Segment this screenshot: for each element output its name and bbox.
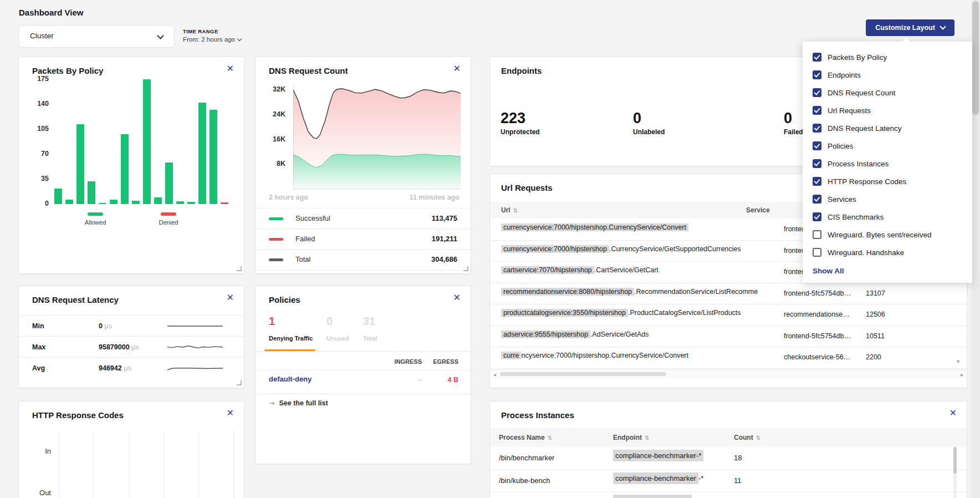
menu-item-services[interactable]: Services xyxy=(803,190,972,208)
checkbox-packets-by-policy[interactable] xyxy=(813,53,821,62)
checkbox-process-instances[interactable] xyxy=(813,159,821,168)
table-row[interactable]: productcatalogservice:3550/hipstershop.P… xyxy=(490,304,967,326)
menu-item-dns-request-latency[interactable]: DNS Request Latency xyxy=(803,119,972,137)
menu-item-policies[interactable]: Policies xyxy=(803,137,972,155)
menu-item-label: HTTP Response Codes xyxy=(828,177,906,186)
legend-swatch-icon xyxy=(269,238,283,241)
url-highlight: currencyservice:7000/hipstershop xyxy=(501,245,609,253)
row-label-in: In xyxy=(29,447,51,455)
tab-unused[interactable]: Unused xyxy=(326,335,349,342)
checkbox-cis-benchmarks[interactable] xyxy=(813,212,821,221)
grid-line xyxy=(93,430,94,498)
scroll-down-icon[interactable]: ▾ xyxy=(957,358,959,364)
check-icon xyxy=(814,124,820,130)
checkbox-wireguard-handshake[interactable] xyxy=(813,248,821,257)
close-icon[interactable]: ✕ xyxy=(227,293,234,302)
menu-item-packets-by-policy[interactable]: Packets By Policy xyxy=(803,48,972,66)
policy-link[interactable]: default-deny xyxy=(269,375,312,383)
scrollbar-thumb[interactable] xyxy=(953,447,957,474)
arrow-right-icon: → xyxy=(269,399,274,407)
resize-handle-icon[interactable] xyxy=(237,380,242,385)
y-axis-tick: 0 xyxy=(19,200,49,207)
checkbox-endpoints[interactable] xyxy=(813,70,821,79)
menu-item-cis-benchmarks[interactable]: CIS Benchmarks xyxy=(803,208,972,226)
scrollbar-thumb[interactable] xyxy=(972,1,979,115)
check-icon xyxy=(814,177,820,184)
tab-value-denying-traffic[interactable]: 1 xyxy=(269,315,275,328)
bar-allowed xyxy=(165,162,173,204)
column-header-process-name[interactable]: Process Name⇅ xyxy=(499,434,552,441)
close-icon[interactable]: ✕ xyxy=(227,409,234,418)
table-row[interactable]: /bin/benchmarkercompliance-benchmarker-*… xyxy=(490,447,967,470)
card-title: DNS Request Latency xyxy=(32,295,119,304)
checkbox-http-response-codes[interactable] xyxy=(813,177,821,186)
url-rest: .AdService/GetAds xyxy=(590,331,649,338)
bar-allowed xyxy=(143,79,151,204)
value-number: 946942 xyxy=(99,364,122,372)
menu-item-url-requests[interactable]: Url Requests xyxy=(803,101,972,119)
menu-item-wireguard-handshake[interactable]: Wireguard. Handshake xyxy=(803,243,972,261)
check-icon xyxy=(814,71,820,77)
table-row[interactable]: benchmarkercompliance-benchmarker-*9 xyxy=(490,492,967,498)
column-header-count[interactable]: Count⇅ xyxy=(734,434,760,441)
close-icon[interactable]: ✕ xyxy=(453,64,461,73)
menu-item-dns-request-count[interactable]: DNS Request Count xyxy=(803,84,972,101)
vertical-scrollbar[interactable] xyxy=(953,447,957,498)
grid-line xyxy=(129,430,129,498)
horizontal-scrollbar[interactable]: ◂ ▸ xyxy=(490,369,967,379)
table-row[interactable]: /bin/kube-benchcompliance-benchmarker-*1… xyxy=(490,470,967,493)
checkbox-wireguard-bytes-sent-received[interactable] xyxy=(813,230,821,239)
menu-item-endpoints[interactable]: Endpoints xyxy=(803,66,972,84)
checkbox-dns-request-count[interactable] xyxy=(813,88,821,97)
legend-label: Successful xyxy=(295,214,330,222)
menu-item-process-instances[interactable]: Process Instances xyxy=(803,155,972,172)
tab-denying-traffic[interactable]: Denying Traffic xyxy=(269,335,313,342)
tab-total[interactable]: Total xyxy=(363,335,377,342)
resize-handle-icon[interactable] xyxy=(237,266,242,271)
x-axis-label-left: 2 hours ago xyxy=(269,194,308,201)
resize-handle-icon[interactable] xyxy=(463,266,468,271)
value-number: 0 xyxy=(99,322,103,330)
sort-icon: ⇅ xyxy=(756,435,760,441)
page-scrollbar[interactable] xyxy=(971,0,980,498)
scroll-right-icon[interactable]: ▸ xyxy=(961,372,963,378)
checkbox-services[interactable] xyxy=(813,195,821,204)
url-cell: adservice:9555/hipstershop.AdService/Get… xyxy=(501,331,649,338)
menu-item-http-response-codes[interactable]: HTTP Response Codes xyxy=(803,172,972,190)
checkbox-dns-request-latency[interactable] xyxy=(813,124,821,133)
bar-allowed xyxy=(187,202,195,204)
url-highlight: recommendationservice:8080/hipstershop xyxy=(501,288,634,296)
menu-item-label: Wireguard. Handshake xyxy=(828,248,904,257)
chevron-down-icon xyxy=(237,37,242,41)
card-title: DNS Request Count xyxy=(269,66,348,75)
table-row[interactable]: recommendationservice:8080/hipstershop.R… xyxy=(490,283,967,305)
show-all-link[interactable]: Show All xyxy=(813,267,972,275)
table-row[interactable]: adservice:9555/hipstershop.AdService/Get… xyxy=(490,326,967,348)
customize-layout-button[interactable]: Customize Layout xyxy=(866,19,955,36)
see-full-list-link[interactable]: →See the full list xyxy=(269,399,328,407)
menu-item-wireguard-bytes-sent-received[interactable]: Wireguard. Bytes sent/received xyxy=(803,226,972,243)
sort-icon: ⇅ xyxy=(548,435,552,441)
scrollbar-thumb[interactable] xyxy=(500,372,666,376)
menu-item-label: DNS Request Latency xyxy=(828,124,902,133)
tab-value-total[interactable]: 31 xyxy=(363,315,375,328)
checkbox-url-requests[interactable] xyxy=(813,106,821,115)
scroll-left-icon[interactable]: ◂ xyxy=(493,372,496,378)
close-icon[interactable]: ✕ xyxy=(453,293,461,302)
checkbox-policies[interactable] xyxy=(813,141,821,150)
close-icon[interactable]: ✕ xyxy=(227,64,234,73)
view-selector[interactable]: Cluster xyxy=(18,25,175,48)
legend-label-allowed: Allowed xyxy=(70,219,120,226)
tab-value-unused[interactable]: 0 xyxy=(326,315,333,328)
card-policies: Policies ✕ 1Denying Traffic0Unused31Tota… xyxy=(255,286,471,464)
x-axis-label-right: 11 minutes ago xyxy=(410,194,460,201)
column-header-url[interactable]: Url⇅ xyxy=(501,206,518,214)
latency-row-max: Max95879000 μs xyxy=(19,336,244,358)
legend-row-total: Total304,686 xyxy=(256,249,471,271)
column-header-service[interactable]: Service xyxy=(746,206,770,214)
table-row[interactable]: currencyservice:7000/hipstershop.Currenc… xyxy=(490,347,967,369)
column-header-endpoint[interactable]: Endpoint⇅ xyxy=(613,434,649,441)
close-icon[interactable]: ✕ xyxy=(950,409,957,418)
time-range-selector[interactable]: From: 2 hours ago xyxy=(183,36,241,43)
metric-label: Unprotected xyxy=(501,128,540,136)
